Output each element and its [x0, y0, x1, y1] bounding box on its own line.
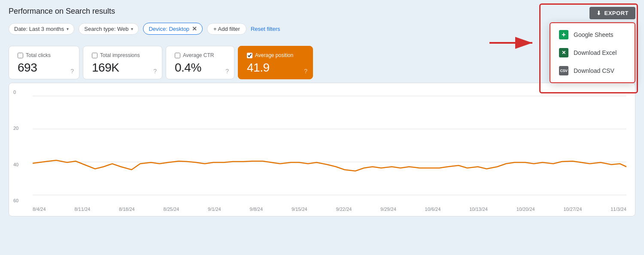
x-label-2: 8/18/24	[119, 207, 135, 212]
red-arrow-indicator	[489, 34, 541, 53]
chart-area: 0 20 40 60 8/4/24 8/11/24 8/18/24 8/25/2…	[9, 83, 635, 216]
x-label-9: 10/6/24	[425, 207, 441, 212]
total-impressions-help-icon[interactable]: ?	[153, 68, 157, 75]
reset-filters-button[interactable]: Reset filters	[251, 26, 280, 32]
average-position-help-icon[interactable]: ?	[304, 68, 307, 75]
average-ctr-label: Average CTR	[175, 52, 225, 58]
content-wrapper: Total clicks 693 ? Total impressions 169…	[0, 42, 644, 216]
average-ctr-checkbox[interactable]	[175, 53, 180, 58]
metrics-row: Total clicks 693 ? Total impressions 169…	[9, 42, 635, 79]
x-label-5: 9/8/24	[250, 207, 263, 212]
x-label-3: 8/25/24	[164, 207, 179, 212]
search-type-chevron-icon: ▾	[131, 27, 133, 31]
x-label-12: 10/27/24	[563, 207, 582, 212]
metric-card-average-position[interactable]: Average position 41.9 ?	[238, 46, 313, 79]
total-impressions-checkbox[interactable]	[92, 53, 97, 58]
x-label-11: 10/20/24	[516, 207, 535, 212]
total-impressions-label: Total impressions	[92, 52, 153, 58]
top-section: Performance on Search results Date: Last…	[0, 0, 644, 35]
metric-card-average-ctr[interactable]: Average CTR 0.4% ?	[166, 46, 234, 79]
date-chevron-icon: ▾	[67, 27, 69, 31]
x-label-7: 9/22/24	[336, 207, 352, 212]
total-clicks-value: 693	[18, 61, 70, 75]
metric-card-total-impressions[interactable]: Total impressions 169K ?	[83, 46, 162, 79]
total-clicks-label: Total clicks	[18, 52, 70, 58]
total-impressions-value: 169K	[92, 61, 153, 75]
device-filter[interactable]: Device: Desktop ✕	[143, 23, 203, 35]
filters-row: Date: Last 3 months ▾ Search type: Web ▾…	[9, 23, 635, 35]
average-ctr-value: 0.4%	[175, 61, 225, 75]
total-clicks-checkbox[interactable]	[18, 53, 23, 58]
csv-icon: CSV	[559, 66, 568, 75]
y-label-60: 60	[13, 198, 18, 203]
total-clicks-help-icon[interactable]: ?	[70, 68, 74, 75]
average-position-checkbox[interactable]	[247, 53, 252, 58]
x-label-1: 8/11/24	[74, 207, 90, 212]
x-label-10: 10/13/24	[469, 207, 488, 212]
average-position-label: Average position	[247, 52, 304, 58]
x-label-4: 9/1/24	[208, 207, 221, 212]
google-sheets-icon: +	[559, 30, 568, 39]
metric-card-total-clicks[interactable]: Total clicks 693 ?	[9, 46, 79, 79]
date-filter[interactable]: Date: Last 3 months ▾	[9, 23, 74, 35]
x-label-0: 8/4/24	[33, 207, 46, 212]
average-position-value: 41.9	[247, 61, 304, 75]
x-label-8: 9/29/24	[380, 207, 396, 212]
average-ctr-help-icon[interactable]: ?	[225, 68, 229, 75]
add-filter-button[interactable]: + Add filter	[207, 23, 246, 35]
y-label-40: 40	[13, 162, 18, 167]
x-axis-labels: 8/4/24 8/11/24 8/18/24 8/25/24 9/1/24 9/…	[33, 205, 626, 212]
download-csv-option[interactable]: CSV Download CSV	[550, 62, 635, 80]
x-label-13: 11/3/24	[611, 207, 626, 212]
device-close-icon[interactable]: ✕	[192, 25, 197, 32]
y-label-20: 20	[13, 126, 18, 131]
download-excel-option[interactable]: ✕ Download Excel	[550, 44, 635, 62]
line-chart	[33, 92, 626, 203]
page-title: Performance on Search results	[9, 7, 635, 16]
y-label-0: 0	[13, 90, 18, 95]
google-sheets-option[interactable]: + Google Sheets	[550, 26, 635, 44]
export-download-icon: ⬇	[596, 10, 601, 16]
export-button[interactable]: ⬇ EXPORT	[589, 7, 635, 19]
search-type-filter[interactable]: Search type: Web ▾	[79, 23, 139, 35]
export-dropdown: + Google Sheets ✕ Download Excel CSV Dow…	[550, 22, 635, 83]
excel-icon: ✕	[559, 48, 568, 57]
x-label-6: 9/15/24	[292, 207, 307, 212]
